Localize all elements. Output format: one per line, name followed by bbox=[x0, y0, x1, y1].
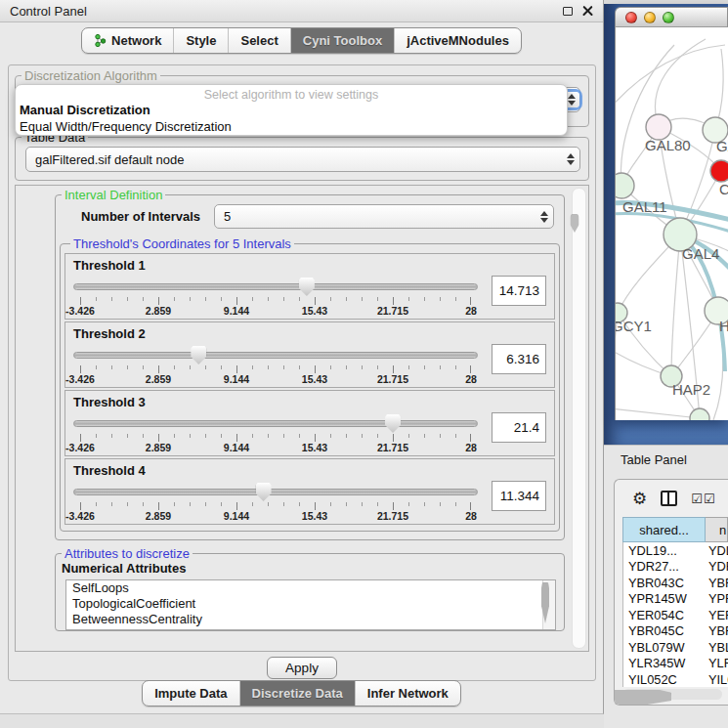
list-item[interactable]: TopologicalCoefficient bbox=[66, 596, 555, 612]
network-view-window: GAL80 GA C GAL11 GAL4 GCY1 H HAP2 bbox=[615, 7, 728, 420]
tab-select[interactable]: Select bbox=[228, 28, 289, 53]
popup-item-manual-discretization[interactable]: Manual Discretization bbox=[16, 102, 567, 118]
popup-item-equal-width-frequency[interactable]: Equal Width/Frequency Discretization bbox=[16, 118, 567, 135]
threshold-2-value-field[interactable] bbox=[492, 344, 546, 374]
threshold-panel-3: Threshold 3 -3.426 bbox=[64, 390, 555, 456]
tab-infer-network[interactable]: Infer Network bbox=[355, 681, 460, 706]
tab-style[interactable]: Style bbox=[173, 28, 228, 53]
tick-labels: -3.426 2.859 9.144 15.43 21.715 28 bbox=[80, 373, 471, 386]
threshold-panel-4: Threshold 4 -3.426 bbox=[64, 458, 555, 525]
table-row[interactable]: YER054CYER0 bbox=[623, 607, 728, 623]
table-data-combobox[interactable]: galFiltered.sif default node bbox=[25, 147, 580, 172]
threshold-4-value-field[interactable] bbox=[492, 481, 546, 511]
network-canvas[interactable]: GAL80 GA C GAL11 GAL4 GCY1 H HAP2 bbox=[615, 27, 728, 420]
scrollbar-thumb[interactable] bbox=[571, 214, 579, 233]
tick-marks bbox=[80, 502, 471, 510]
table-row[interactable]: YPR145WYPR1 bbox=[623, 591, 728, 608]
list-item[interactable]: BetweennessCentrality bbox=[66, 612, 555, 627]
threshold-3-slider-thumb[interactable] bbox=[385, 414, 401, 433]
slider-track bbox=[73, 420, 478, 427]
number-of-intervals-label: Number of Intervals bbox=[81, 209, 200, 224]
tick-labels: -3.426 2.859 9.144 15.43 21.715 28 bbox=[80, 442, 471, 454]
table-panel-titlebar: Table Panel bbox=[604, 445, 728, 474]
column-header-name[interactable]: n bbox=[706, 517, 728, 542]
table-horizontal-scrollbar[interactable] bbox=[622, 689, 722, 700]
slider-track bbox=[73, 283, 478, 290]
apply-button[interactable]: Apply bbox=[267, 657, 337, 679]
tick-marks bbox=[80, 434, 471, 442]
tab-network[interactable]: Network bbox=[82, 28, 173, 53]
tab-cyni-toolbox[interactable]: Cyni Toolbox bbox=[290, 28, 394, 53]
threshold-3-value-field[interactable] bbox=[492, 412, 546, 443]
table-row[interactable]: YIL052CYIL0 bbox=[623, 671, 728, 687]
threshold-2-slider[interactable]: -3.426 2.859 9.144 15.43 21.715 28 bbox=[73, 345, 478, 388]
gear-icon[interactable]: ⚙ bbox=[632, 491, 647, 507]
thresholds-title: Threshold's Coordinates for 5 Intervals bbox=[70, 236, 294, 251]
settings-scrollpane: Interval Definition Number of Intervals … bbox=[15, 185, 589, 652]
column-header-shared-name[interactable]: shared... bbox=[622, 517, 706, 542]
tab-jactivemnodules[interactable]: jActiveMNodules bbox=[394, 28, 521, 53]
close-traffic-light-icon[interactable] bbox=[625, 12, 637, 23]
threshold-4-slider-thumb[interactable] bbox=[256, 483, 272, 501]
table-header-row: shared... n bbox=[615, 517, 728, 542]
table-body: YDL19...YDL1 YDR27...YDR2 YBR043CYBR0 YP… bbox=[622, 542, 728, 687]
list-scrollbar[interactable] bbox=[542, 580, 555, 629]
table-data-group: Table Data galFiltered.sif default node bbox=[15, 130, 589, 181]
threshold-panel-1: Threshold 1 -3.426 bbox=[64, 253, 555, 320]
svg-text:C: C bbox=[719, 181, 728, 197]
attributes-title: Attributes to discretize bbox=[62, 546, 193, 561]
top-tabbar: Network Style Select Cyni Toolbox jActiv… bbox=[0, 22, 603, 58]
threshold-2-slider-thumb[interactable] bbox=[191, 346, 206, 364]
float-window-icon[interactable] bbox=[563, 7, 573, 16]
svg-text:GAL80: GAL80 bbox=[645, 137, 691, 153]
table-row[interactable]: YLR345WYLR3 bbox=[623, 656, 728, 672]
tab-network-label: Network bbox=[111, 33, 161, 48]
settings-vertical-scrollbar[interactable] bbox=[572, 188, 586, 649]
network-icon bbox=[94, 34, 107, 47]
bottom-tabbar: Impute Data Discretize Data Infer Networ… bbox=[0, 680, 603, 707]
checkbox-icons[interactable]: ☑☑ bbox=[691, 492, 715, 506]
cytoscape-desktop: GAL80 GA C GAL11 GAL4 GCY1 H HAP2 bbox=[604, 4, 728, 445]
svg-text:GA: GA bbox=[716, 138, 728, 154]
threshold-1-slider[interactable]: -3.426 2.859 9.144 15.43 21.715 28 bbox=[73, 277, 478, 320]
table-row[interactable]: YBR043CYBR0 bbox=[623, 575, 728, 591]
tick-labels: -3.426 2.859 9.144 15.43 21.715 28 bbox=[80, 510, 471, 523]
table-row[interactable]: YBL079WYBL0 bbox=[623, 639, 728, 656]
thresholds-group: Threshold's Coordinates for 5 Intervals … bbox=[60, 236, 560, 532]
node-gal11[interactable] bbox=[616, 173, 634, 198]
table-row[interactable]: YDR27...YDR2 bbox=[623, 559, 728, 576]
node-partial-bottom[interactable] bbox=[690, 408, 709, 420]
tab-discretize-data[interactable]: Discretize Data bbox=[239, 681, 355, 706]
number-of-intervals-combobox[interactable]: 5 bbox=[214, 204, 554, 229]
slider-track bbox=[73, 489, 478, 495]
interval-definition-title: Interval Definition bbox=[62, 188, 165, 202]
table-row[interactable]: YDL19...YDL1 bbox=[623, 542, 728, 559]
threshold-3-slider[interactable]: -3.426 2.859 9.144 15.43 21.715 28 bbox=[73, 413, 478, 456]
threshold-1-value-field[interactable] bbox=[492, 276, 546, 306]
close-icon[interactable] bbox=[582, 6, 593, 17]
threshold-1-slider-thumb[interactable] bbox=[299, 278, 315, 296]
tab-impute-data[interactable]: Impute Data bbox=[143, 681, 238, 706]
svg-text:GAL11: GAL11 bbox=[622, 198, 667, 215]
table-panel-window: ⚙ ☑☑ shared... n YDL19...YDL1 YDR27...YD… bbox=[614, 479, 728, 706]
algorithm-dropdown-popup: Select algorithm to view settings Manual… bbox=[15, 84, 568, 136]
node-red-selected[interactable] bbox=[710, 160, 728, 182]
threshold-panel-2: Threshold 2 -3.426 bbox=[64, 321, 555, 388]
table-toolbar: ⚙ ☑☑ bbox=[615, 480, 728, 517]
threshold-4-slider[interactable]: -3.426 2.859 9.144 15.43 21.715 28 bbox=[73, 482, 478, 525]
cyni-settings-panel: Discretization Algorithm Select algorith… bbox=[8, 64, 596, 681]
zoom-traffic-light-icon[interactable] bbox=[663, 12, 674, 23]
scrollbar-thumb[interactable] bbox=[614, 690, 671, 706]
minimize-traffic-light-icon[interactable] bbox=[644, 12, 656, 23]
list-item[interactable]: SelfLoops bbox=[66, 580, 555, 596]
interval-definition-group: Interval Definition Number of Intervals … bbox=[55, 188, 565, 540]
right-area: GAL80 GA C GAL11 GAL4 GCY1 H HAP2 Table … bbox=[604, 0, 728, 728]
table-row[interactable]: YBR045CYBR0 bbox=[623, 623, 728, 640]
algorithm-prompt: Select algorithm to view settings bbox=[16, 85, 567, 102]
numerical-attributes-list[interactable]: SelfLoops TopologicalCoefficient Between… bbox=[65, 579, 556, 630]
svg-text:HAP2: HAP2 bbox=[672, 381, 710, 398]
screenshot-root: Control Panel Network bbox=[0, 0, 728, 728]
control-panel-window: Control Panel Network bbox=[0, 0, 604, 714]
columns-icon[interactable] bbox=[661, 491, 677, 506]
slider-track bbox=[73, 352, 478, 359]
